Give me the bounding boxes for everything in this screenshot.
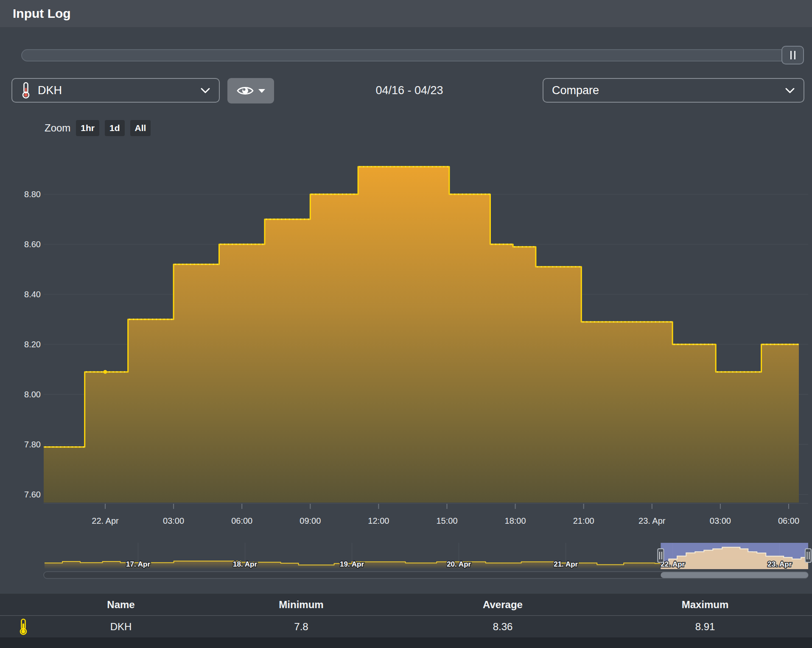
y-tick-label: 7.80 <box>24 440 41 449</box>
y-tick-label: 8.80 <box>24 190 41 199</box>
column-header-average: Average <box>407 599 598 611</box>
highlighted-point <box>104 370 107 374</box>
row-minimum: 7.8 <box>195 621 407 633</box>
chart-scrollbar-thumb[interactable] <box>661 572 808 578</box>
x-tick-label: 23. Apr <box>638 516 666 525</box>
navigator-day-label: 19. Apr <box>340 560 364 568</box>
navigator-day-label: 21. Apr <box>554 560 578 568</box>
navigator[interactable]: 17. Apr18. Apr19. Apr20. Apr21. Apr22. A… <box>45 543 811 569</box>
x-tick-label: 06:00 <box>231 516 252 525</box>
y-tick-label: 8.60 <box>24 240 41 249</box>
row-average: 8.36 <box>407 621 598 633</box>
y-tick-label: 8.20 <box>24 340 41 349</box>
x-tick-label: 06:00 <box>778 516 799 525</box>
y-tick-label: 8.00 <box>24 390 41 399</box>
navigator-day-label: 18. Apr <box>233 560 257 568</box>
navigator-day-label: 23. Apr <box>767 560 792 568</box>
x-tick-label: 03:00 <box>163 516 184 525</box>
navigator-day-label: 17. Apr <box>126 560 150 568</box>
column-header-name: Name <box>47 599 195 611</box>
y-tick-label: 8.40 <box>24 290 41 299</box>
x-tick-label: 15:00 <box>436 516 457 525</box>
row-name: DKH <box>47 621 195 633</box>
summary-table-header: Name Minimum Average Maximum <box>0 594 812 616</box>
column-header-maximum: Maximum <box>598 599 812 611</box>
x-tick-label: 21:00 <box>573 516 594 525</box>
navigator-day-label: 20. Apr <box>447 560 471 568</box>
dkh-series <box>44 166 799 503</box>
navigator-handle-left[interactable] <box>658 549 664 562</box>
table-row: DKH 7.8 8.36 8.91 <box>0 616 812 638</box>
x-tick-label: 18:00 <box>505 516 526 525</box>
input-log-page: Input Log DKH <box>0 0 812 648</box>
bottom-strip <box>0 637 812 648</box>
row-maximum: 8.91 <box>598 621 812 633</box>
main-chart[interactable]: 7.607.808.008.208.408.608.8022. Apr03:00… <box>0 0 812 648</box>
x-tick-label: 12:00 <box>368 516 389 525</box>
column-header-minimum: Minimum <box>195 599 407 611</box>
x-tick-label: 22. Apr <box>92 516 119 525</box>
navigator-handle-right[interactable] <box>805 549 811 562</box>
x-tick-label: 09:00 <box>300 516 321 525</box>
thermometer-icon <box>0 618 47 635</box>
navigator-day-label: 22. Apr <box>661 560 685 568</box>
y-tick-label: 7.60 <box>24 490 41 499</box>
summary-table: Name Minimum Average Maximum DKH 7.8 8.3… <box>0 594 812 638</box>
x-tick-label: 03:00 <box>710 516 731 525</box>
